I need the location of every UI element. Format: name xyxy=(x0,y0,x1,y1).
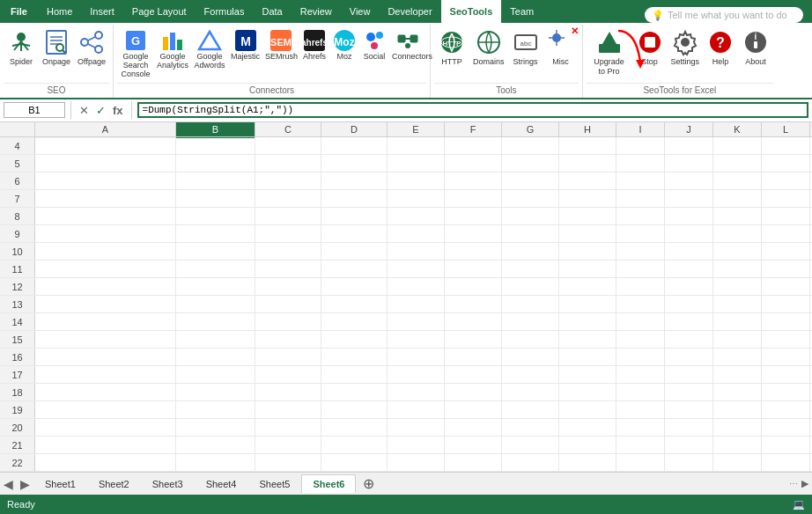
cell-d20[interactable] xyxy=(321,419,388,436)
cell-l22[interactable] xyxy=(762,454,810,471)
cell-k11[interactable] xyxy=(713,261,762,277)
cell-l18[interactable] xyxy=(762,384,810,400)
cell-g22[interactable] xyxy=(502,454,559,471)
cell-d7[interactable] xyxy=(321,190,388,207)
cell-b12[interactable] xyxy=(176,278,255,295)
cell-d4[interactable] xyxy=(321,137,388,154)
cell-a17[interactable] xyxy=(35,366,176,383)
cell-h17[interactable] xyxy=(559,366,616,383)
cell-i16[interactable] xyxy=(616,349,665,365)
cell-l4[interactable] xyxy=(762,137,810,154)
cell-a10[interactable] xyxy=(35,243,176,260)
cell-b21[interactable] xyxy=(176,437,255,453)
cell-k13[interactable] xyxy=(713,296,762,312)
cell-j13[interactable] xyxy=(665,296,713,312)
cell-h22[interactable] xyxy=(559,454,616,471)
cell-j20[interactable] xyxy=(665,419,713,436)
cell-j6[interactable] xyxy=(665,173,713,189)
cell-h11[interactable] xyxy=(559,261,616,277)
cell-a15[interactable] xyxy=(35,331,176,348)
cell-i22[interactable] xyxy=(616,454,665,471)
cell-c15[interactable] xyxy=(255,331,321,348)
cell-d5[interactable] xyxy=(321,155,388,172)
cell-l17[interactable] xyxy=(762,366,810,383)
cell-f9[interactable] xyxy=(445,225,502,242)
cell-e19[interactable] xyxy=(388,401,445,418)
cell-b22[interactable] xyxy=(176,454,255,471)
cell-c20[interactable] xyxy=(255,419,321,436)
cell-i21[interactable] xyxy=(616,437,665,453)
cell-b15[interactable] xyxy=(176,331,255,348)
cell-c6[interactable] xyxy=(255,173,321,189)
cell-a13[interactable] xyxy=(35,296,176,312)
cell-l11[interactable] xyxy=(762,261,810,277)
about-button[interactable]: i About xyxy=(738,26,773,69)
cell-f6[interactable] xyxy=(445,173,502,189)
row-num-18[interactable]: 18 xyxy=(0,384,35,400)
majestic-button[interactable]: M Majestic xyxy=(228,26,262,63)
cell-g6[interactable] xyxy=(502,173,559,189)
cell-e7[interactable] xyxy=(388,190,445,207)
cell-c10[interactable] xyxy=(255,243,321,260)
cell-b7[interactable] xyxy=(176,190,255,207)
ahrefs-button[interactable]: ahrefs Ahrefs xyxy=(299,26,329,63)
row-num-11[interactable]: 11 xyxy=(0,261,35,277)
cell-d17[interactable] xyxy=(321,366,388,383)
cell-c11[interactable] xyxy=(255,261,321,277)
row-num-7[interactable]: 7 xyxy=(0,190,35,207)
cell-b5[interactable] xyxy=(176,155,255,172)
col-header-k[interactable]: K xyxy=(713,122,762,136)
cell-f7[interactable] xyxy=(445,190,502,207)
cell-c16[interactable] xyxy=(255,349,321,365)
cell-l9[interactable] xyxy=(762,225,810,242)
cell-g8[interactable] xyxy=(502,208,559,224)
row-num-19[interactable]: 19 xyxy=(0,401,35,418)
cell-k4[interactable] xyxy=(713,137,762,154)
cell-j14[interactable] xyxy=(665,313,713,330)
cell-j21[interactable] xyxy=(665,437,713,453)
cell-d9[interactable] xyxy=(321,225,388,242)
cell-l16[interactable] xyxy=(762,349,810,365)
cell-b8[interactable] xyxy=(176,208,255,224)
settings-button[interactable]: Settings xyxy=(668,26,704,69)
cell-h14[interactable] xyxy=(559,313,616,330)
connectors-button[interactable]: Connectors xyxy=(389,26,426,63)
col-header-f[interactable]: F xyxy=(445,122,502,136)
cell-d10[interactable] xyxy=(321,243,388,260)
function-icon[interactable]: fx xyxy=(110,104,126,117)
cell-g5[interactable] xyxy=(502,155,559,172)
cell-f5[interactable] xyxy=(445,155,502,172)
cell-b11[interactable] xyxy=(176,261,255,277)
row-num-10[interactable]: 10 xyxy=(0,243,35,260)
cell-i14[interactable] xyxy=(616,313,665,330)
cell-l21[interactable] xyxy=(762,437,810,453)
tab-view[interactable]: View xyxy=(341,0,380,23)
cell-b16[interactable] xyxy=(176,349,255,365)
col-header-j[interactable]: J xyxy=(665,122,713,136)
cell-c4[interactable] xyxy=(255,137,321,154)
tab-data[interactable]: Data xyxy=(253,0,291,23)
cell-h15[interactable] xyxy=(559,331,616,348)
tab-formulas[interactable]: Formulas xyxy=(196,0,254,23)
help-button[interactable]: ? Help xyxy=(703,26,738,69)
google-analytics-button[interactable]: Google Analytics xyxy=(154,26,191,72)
cell-f19[interactable] xyxy=(445,401,502,418)
cell-e14[interactable] xyxy=(388,313,445,330)
cell-h13[interactable] xyxy=(559,296,616,312)
spider-button[interactable]: Spider xyxy=(4,26,39,69)
stop-button[interactable]: Stop xyxy=(632,26,668,69)
cell-e6[interactable] xyxy=(388,173,445,189)
cell-f18[interactable] xyxy=(445,384,502,400)
cell-g17[interactable] xyxy=(502,366,559,383)
row-num-6[interactable]: 6 xyxy=(0,173,35,189)
scroll-right[interactable]: ▶ xyxy=(801,478,808,489)
tab-insert[interactable]: Insert xyxy=(81,0,123,23)
cell-g13[interactable] xyxy=(502,296,559,312)
cell-i15[interactable] xyxy=(616,331,665,348)
cell-b14[interactable] xyxy=(176,313,255,330)
cell-c19[interactable] xyxy=(255,401,321,418)
confirm-icon[interactable]: ✓ xyxy=(93,104,108,117)
cell-b10[interactable] xyxy=(176,243,255,260)
tab-team[interactable]: Team xyxy=(501,0,543,23)
cell-i17[interactable] xyxy=(616,366,665,383)
